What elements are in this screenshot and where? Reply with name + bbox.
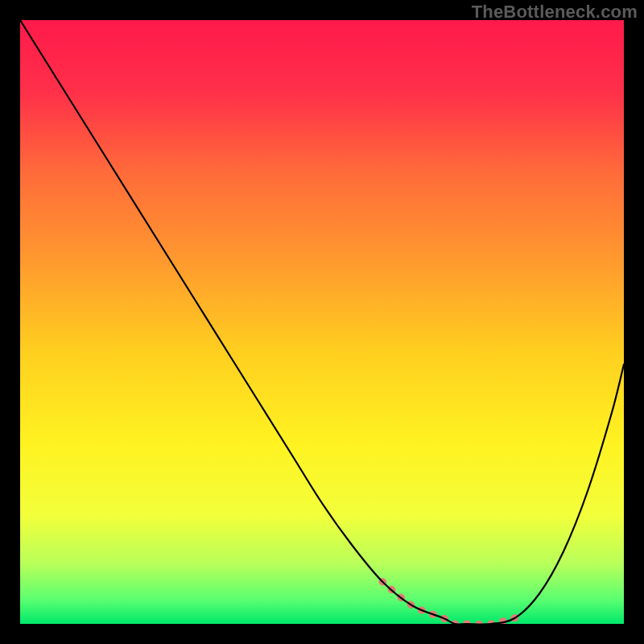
chart-canvas: TheBottleneck.com (0, 0, 644, 644)
curve-svg (20, 20, 624, 624)
watermark-text: TheBottleneck.com (472, 2, 638, 23)
gradient-rect (20, 20, 624, 624)
plot-area (20, 20, 624, 624)
